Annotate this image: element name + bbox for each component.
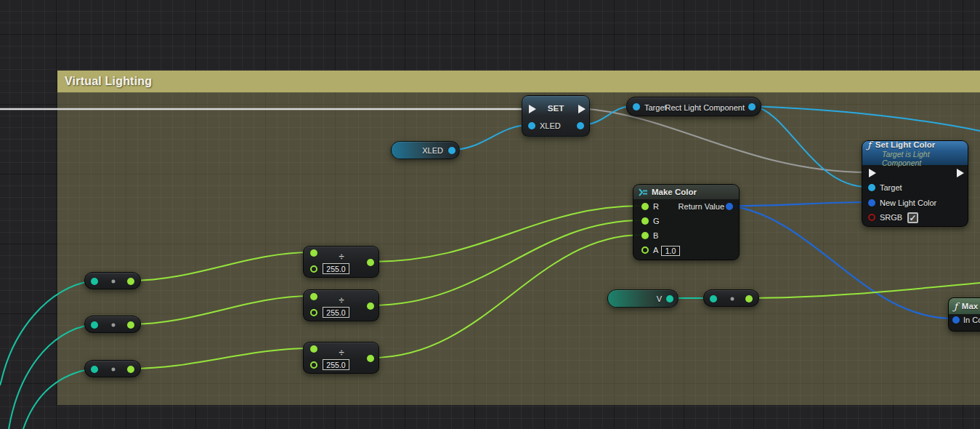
xled-getter-node[interactable]: XLED — [391, 141, 460, 159]
conversion-dot-icon — [112, 368, 116, 372]
xled-getter-output-pin[interactable] — [448, 147, 455, 154]
exec-out-pin[interactable] — [578, 105, 586, 113]
conversion-dot-icon — [112, 280, 116, 284]
divide1-input-b-pin[interactable] — [310, 265, 317, 273]
divide1-output-pin[interactable] — [367, 259, 374, 266]
conv4-input-pin[interactable] — [710, 295, 717, 302]
conversion-dot-icon — [731, 297, 734, 301]
max-input-label: In Col — [963, 316, 980, 324]
v-getter-output-pin[interactable] — [666, 295, 673, 302]
byte-to-float-node-4[interactable] — [703, 289, 759, 307]
make-color-a-value-field[interactable]: 1.0 — [661, 246, 680, 256]
divide2-input-b-pin[interactable] — [310, 309, 317, 316]
slc-target-label: Target — [880, 183, 902, 192]
comment-title-bar[interactable]: Virtual Lighting — [57, 71, 980, 92]
max-input-pin[interactable] — [952, 316, 960, 324]
conv1-input-pin[interactable] — [91, 278, 98, 285]
function-icon: ƒ — [954, 301, 957, 312]
divide3-value-field[interactable]: 255.0 — [323, 359, 349, 370]
make-color-b-pin[interactable] — [641, 232, 649, 239]
set-xled-node[interactable]: SET XLED — [522, 95, 590, 137]
max-node-header: ƒ Max ( — [949, 298, 980, 314]
conv1-output-pin[interactable] — [127, 278, 134, 285]
set-light-color-node[interactable]: ƒ Set Light Color Target is Light Compon… — [862, 140, 968, 227]
rect-light-output-pin[interactable] — [748, 103, 756, 111]
slc-exec-in-pin[interactable] — [869, 169, 876, 177]
make-color-node[interactable]: Make Color R G B A 1.0 Return Value — [633, 184, 740, 260]
blueprint-graph-canvas[interactable]: Virtual Lighting SET XLED — [0, 0, 980, 429]
comment-body — [57, 92, 980, 405]
make-color-r-pin[interactable] — [641, 203, 649, 210]
set-light-color-subtitle: Target is Light Component — [882, 150, 968, 167]
divide2-output-pin[interactable] — [367, 302, 374, 310]
rect-light-input-label: Target — [644, 103, 667, 112]
conv2-output-pin[interactable] — [127, 321, 134, 329]
comment-title-text: Virtual Lighting — [65, 75, 152, 88]
make-color-r-label: R — [653, 202, 659, 211]
max-node-title: Max ( — [962, 302, 980, 310]
make-struct-icon — [639, 188, 648, 196]
divide2-value-field[interactable]: 255.0 — [323, 307, 349, 318]
slc-new-light-color-pin[interactable] — [868, 199, 875, 207]
divide1-symbol: ÷ — [339, 251, 344, 262]
divide2-input-a-pin[interactable] — [310, 293, 317, 300]
slc-srgb-label: SRGB — [880, 213, 902, 222]
srgb-checkbox[interactable]: ✓ — [907, 212, 918, 223]
set-light-color-header: ƒ Set Light Color Target is Light Compon… — [862, 141, 968, 165]
srgb-checkmark: ✓ — [909, 214, 916, 222]
byte-to-float-node-2[interactable] — [84, 316, 141, 333]
divide1-input-a-pin[interactable] — [310, 249, 317, 257]
byte-to-float-node-3[interactable] — [84, 360, 141, 377]
divide-node-3[interactable]: ÷ 255.0 — [303, 342, 379, 374]
conv2-input-pin[interactable] — [91, 321, 98, 329]
divide3-symbol: ÷ — [339, 347, 344, 358]
conversion-dot-icon — [112, 324, 116, 327]
conv3-input-pin[interactable] — [91, 366, 98, 373]
divide-node-2[interactable]: ÷ 255.0 — [303, 289, 379, 321]
set-node-pin-label: XLED — [540, 121, 561, 130]
target-input-pin[interactable] — [633, 103, 640, 111]
xled-getter-label: XLED — [422, 146, 443, 155]
make-color-return-label: Return Value — [679, 202, 724, 211]
make-color-title: Make Color — [652, 188, 697, 196]
conv4-output-pin[interactable] — [745, 295, 753, 302]
v-getter-label: V — [657, 294, 662, 303]
divide-node-1[interactable]: ÷ 255.0 — [303, 246, 379, 278]
function-icon: ƒ — [867, 140, 871, 151]
slc-target-pin[interactable] — [868, 184, 875, 191]
slc-exec-out-pin[interactable] — [957, 169, 964, 177]
v-getter-node[interactable]: V — [607, 289, 679, 308]
rect-light-component-node[interactable]: Target Rect Light Component — [626, 97, 761, 116]
max-node[interactable]: ƒ Max ( In Col — [948, 297, 980, 332]
make-color-header: Make Color — [633, 185, 739, 199]
make-color-a-label: A — [653, 246, 658, 254]
make-color-b-label: B — [653, 231, 658, 240]
xled-input-pin[interactable] — [528, 122, 535, 129]
divide3-input-b-pin[interactable] — [310, 361, 317, 369]
slc-srgb-pin[interactable] — [868, 214, 875, 221]
set-light-color-title: Set Light Color — [875, 140, 935, 149]
conv3-output-pin[interactable] — [127, 366, 134, 373]
make-color-return-pin[interactable] — [726, 203, 733, 210]
slc-new-light-color-label: New Light Color — [880, 199, 936, 207]
divide3-input-a-pin[interactable] — [310, 345, 317, 353]
comment-box-virtual-lighting[interactable]: Virtual Lighting — [57, 71, 980, 405]
make-color-g-label: G — [653, 217, 660, 225]
xled-output-pin[interactable] — [577, 122, 584, 129]
byte-to-float-node-1[interactable] — [84, 272, 141, 289]
divide3-output-pin[interactable] — [367, 355, 374, 362]
make-color-g-pin[interactable] — [641, 217, 649, 225]
rect-light-output-label: Rect Light Component — [665, 103, 745, 112]
divide1-value-field[interactable]: 255.0 — [323, 263, 349, 274]
make-color-a-pin[interactable] — [641, 246, 649, 254]
divide2-symbol: ÷ — [339, 294, 344, 305]
